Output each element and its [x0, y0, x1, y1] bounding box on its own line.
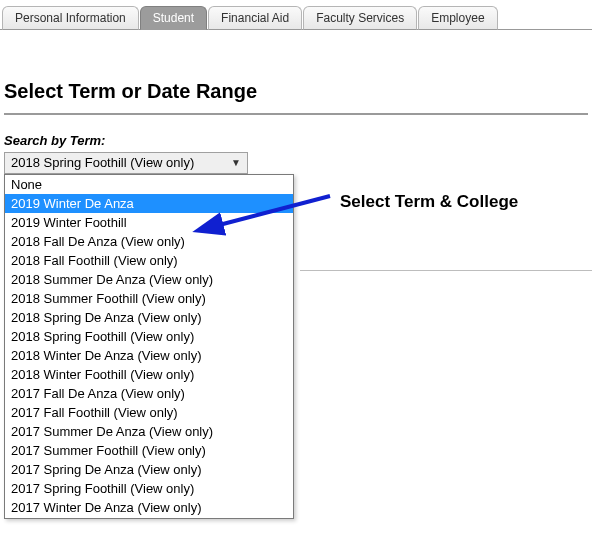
search-by-term-label: Search by Term:: [4, 133, 592, 148]
term-option[interactable]: 2019 Winter Foothill: [5, 213, 293, 232]
term-option[interactable]: 2018 Spring Foothill (View only): [5, 327, 293, 346]
term-option[interactable]: 2017 Fall De Anza (View only): [5, 384, 293, 403]
term-option[interactable]: 2019 Winter De Anza: [5, 194, 293, 213]
main-tabs: Personal Information Student Financial A…: [0, 0, 592, 30]
tab-employee[interactable]: Employee: [418, 6, 497, 30]
page-title: Select Term or Date Range: [4, 80, 592, 103]
tab-faculty-services[interactable]: Faculty Services: [303, 6, 417, 30]
tab-label: Student: [153, 11, 194, 25]
term-option[interactable]: 2017 Winter De Anza (View only): [5, 498, 293, 517]
term-option[interactable]: 2017 Summer Foothill (View only): [5, 441, 293, 460]
tab-financial-aid[interactable]: Financial Aid: [208, 6, 302, 30]
term-dropdown: None2019 Winter De Anza2019 Winter Footh…: [4, 174, 294, 519]
term-option[interactable]: 2017 Summer De Anza (View only): [5, 422, 293, 441]
annotation-text: Select Term & College: [340, 192, 518, 212]
term-option[interactable]: 2018 Summer Foothill (View only): [5, 289, 293, 308]
term-select[interactable]: 2018 Spring Foothill (View only) ▼ None2…: [4, 152, 248, 174]
term-option[interactable]: 2017 Spring Foothill (View only): [5, 479, 293, 498]
term-dropdown-list[interactable]: None2019 Winter De Anza2019 Winter Footh…: [5, 175, 293, 519]
tab-label: Personal Information: [15, 11, 126, 25]
term-option[interactable]: 2018 Fall Foothill (View only): [5, 251, 293, 270]
term-option[interactable]: 2018 Summer De Anza (View only): [5, 270, 293, 289]
tab-label: Employee: [431, 11, 484, 25]
divider: [300, 270, 592, 271]
term-select-value: 2018 Spring Foothill (View only): [11, 153, 194, 173]
tab-label: Financial Aid: [221, 11, 289, 25]
tab-personal-information[interactable]: Personal Information: [2, 6, 139, 30]
term-option[interactable]: None: [5, 175, 293, 194]
tab-student[interactable]: Student: [140, 6, 207, 30]
term-option[interactable]: 2017 Fall Foothill (View only): [5, 403, 293, 422]
chevron-down-icon: ▼: [231, 153, 241, 173]
tabs-trail: [499, 29, 590, 30]
title-rule: [4, 113, 588, 115]
term-select-display[interactable]: 2018 Spring Foothill (View only) ▼: [4, 152, 248, 174]
term-option[interactable]: 2018 Fall De Anza (View only): [5, 232, 293, 251]
term-option[interactable]: 2018 Winter Foothill (View only): [5, 365, 293, 384]
term-option[interactable]: 2017 Winter Foothill (View only): [5, 517, 293, 519]
term-option[interactable]: 2017 Spring De Anza (View only): [5, 460, 293, 479]
term-option[interactable]: 2018 Winter De Anza (View only): [5, 346, 293, 365]
term-option[interactable]: 2018 Spring De Anza (View only): [5, 308, 293, 327]
tab-label: Faculty Services: [316, 11, 404, 25]
